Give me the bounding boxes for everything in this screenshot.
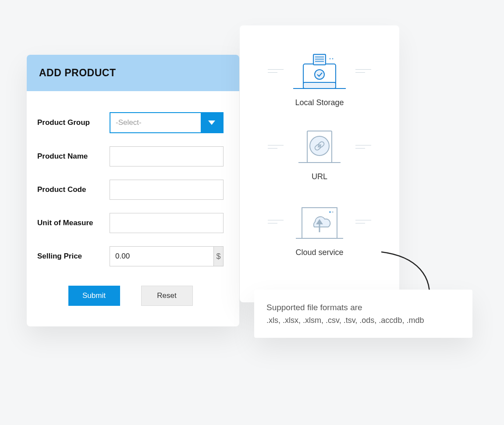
row-selling-price: Selling Price $ xyxy=(37,246,224,266)
product-group-dropdown-button[interactable] xyxy=(201,113,223,132)
label-product-group: Product Group xyxy=(37,118,110,127)
add-product-card: ADD PRODUCT Product Group -Select- xyxy=(27,55,239,326)
reset-button[interactable]: Reset xyxy=(141,286,193,306)
source-cloud-service[interactable]: Cloud service xyxy=(268,203,371,257)
cloud-upload-icon xyxy=(293,203,346,240)
form-title: ADD PRODUCT xyxy=(39,67,227,79)
svg-marker-0 xyxy=(208,120,215,125)
label-unit-of-measure: Unit of Measure xyxy=(37,219,110,227)
svg-rect-3 xyxy=(303,82,336,89)
divider-lines-icon xyxy=(268,220,284,223)
divider-lines-icon xyxy=(355,145,371,149)
submit-button[interactable]: Submit xyxy=(68,286,120,306)
form-header: ADD PRODUCT xyxy=(27,55,239,91)
url-icon xyxy=(293,129,346,164)
product-group-select[interactable]: -Select- xyxy=(110,112,224,133)
currency-indicator: $ xyxy=(213,247,223,266)
svg-point-21 xyxy=(329,211,331,213)
row-product-name: Product Name xyxy=(37,146,224,166)
chevron-down-icon xyxy=(208,120,215,125)
row-product-code: Product Code xyxy=(37,180,224,200)
import-sources-card: Local Storage URL xyxy=(240,25,399,302)
local-storage-icon xyxy=(293,52,346,90)
selling-price-field: $ xyxy=(110,246,224,266)
source-url-label: URL xyxy=(312,172,327,181)
product-name-input[interactable] xyxy=(110,146,224,166)
label-selling-price: Selling Price xyxy=(37,252,110,261)
row-unit-of-measure: Unit of Measure xyxy=(37,213,224,233)
unit-of-measure-input[interactable] xyxy=(110,213,224,233)
product-group-selected-value: -Select- xyxy=(110,113,201,132)
selling-price-input[interactable] xyxy=(110,247,213,266)
form-body: Product Group -Select- Product Name xyxy=(27,91,239,319)
svg-point-22 xyxy=(332,211,334,213)
divider-lines-icon xyxy=(355,69,371,73)
source-url[interactable]: URL xyxy=(268,129,371,181)
product-code-input[interactable] xyxy=(110,180,224,200)
source-local-label: Local Storage xyxy=(295,98,344,107)
svg-rect-5 xyxy=(313,54,326,65)
label-product-code: Product Code xyxy=(37,185,110,194)
svg-point-4 xyxy=(315,70,324,79)
svg-point-10 xyxy=(332,58,334,60)
source-cloud-label: Cloud service xyxy=(295,248,343,257)
divider-lines-icon xyxy=(355,220,371,223)
divider-lines-icon xyxy=(268,145,284,149)
supported-formats-list: .xls, .xlsx, .xlsm, .csv, .tsv, .ods, .a… xyxy=(266,316,460,325)
svg-point-9 xyxy=(330,58,331,60)
divider-lines-icon xyxy=(268,69,284,73)
supported-formats-heading: Supported file formats are xyxy=(266,303,460,312)
form-buttons: Submit Reset xyxy=(37,286,224,306)
row-product-group: Product Group -Select- xyxy=(37,112,224,133)
source-local-storage[interactable]: Local Storage xyxy=(268,52,371,107)
label-product-name: Product Name xyxy=(37,152,110,161)
supported-formats-card: Supported file formats are .xls, .xlsx, … xyxy=(254,290,472,338)
